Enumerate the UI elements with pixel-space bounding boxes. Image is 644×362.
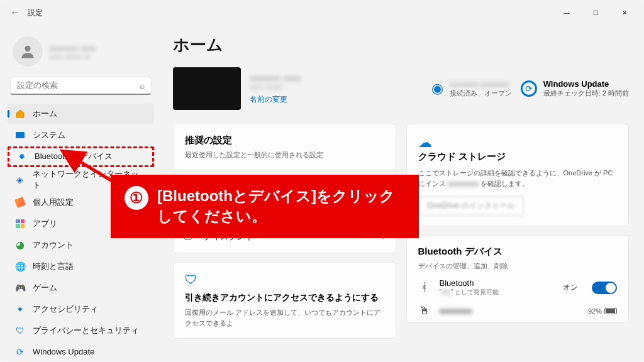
wu-subtitle: 最終チェック日時: 2 時間前 (543, 89, 629, 98)
cloud-text-2: を確認します。 (480, 180, 529, 187)
bt-toggle-row: ᚼ Bluetooth "xxx" として発見可能 オン (418, 271, 618, 297)
bluetooth-devices-card: Bluetooth デバイス デバイスの管理、追加、削除 ᚼ Bluetooth… (406, 235, 630, 323)
user-block[interactable]: xxxxxxx xxxx xxxx xxxxx xx (8, 30, 154, 75)
cloud-icon: ☁ (418, 134, 618, 151)
gaming-icon: 🎮 (15, 283, 25, 293)
battery-badge: 92% (588, 307, 617, 315)
sidebar-item-system[interactable]: システム (8, 125, 154, 145)
wifi-icon: ◉ (431, 80, 443, 97)
bt-card-sub: デバイスの管理、追加、削除 (418, 261, 618, 271)
bluetooth-icon: ᚼ (418, 281, 431, 294)
sidebar-item-label: プライバシーとセキュリティ (33, 325, 139, 336)
sidebar-item-label: Windows Update (33, 347, 94, 356)
user-name: xxxxxxx xxxx (49, 43, 96, 53)
sidebar-item-label: アプリ (33, 218, 57, 229)
personalization-icon (15, 197, 25, 207)
sidebar-item-home[interactable]: ホーム (8, 104, 154, 124)
account-card-title: 引き続きアカウントにアクセスできるようにする (185, 292, 384, 304)
mouse-icon: 🖱 (418, 304, 431, 317)
sidebar-item-update[interactable]: ⟳ Windows Update (8, 342, 154, 362)
cloud-text-blur: xxxxxxxxx (448, 180, 479, 187)
bt-name: Bluetooth (440, 278, 555, 288)
cloud-storage-card: ☁ クラウド ストレージ ここでストレージの詳細を確認できるように、OneDri… (406, 124, 630, 226)
sidebar-item-label: 個人用設定 (33, 197, 74, 208)
wu-title: Windows Update (543, 79, 629, 89)
recommended-card: 推奨の設定 最近使用した設定と一般的に使用される設定 (173, 124, 396, 170)
maximize-button[interactable]: ☐ (581, 3, 610, 23)
callout-number: ① (125, 186, 148, 210)
bt-card-title: Bluetooth デバイス (418, 246, 618, 258)
device-header: xxxxxxx xxxx xxxx xxxxx 名前の変更 ◉ xxxxxxx … (173, 67, 629, 110)
sidebar-item-accessibility[interactable]: ✦ アクセシビリティ (8, 299, 154, 319)
accounts-icon: ◕ (15, 240, 25, 250)
window-title: 設定 (28, 8, 43, 18)
sidebar-item-time[interactable]: 🌐 時刻と言語 (8, 256, 154, 277)
search-input[interactable] (17, 80, 140, 90)
home-icon (15, 109, 25, 119)
privacy-icon: 🛡 (15, 326, 25, 336)
user-email: xxxx xxxxx xx (49, 53, 96, 60)
accessibility-icon: ✦ (15, 304, 25, 314)
sidebar-item-gaming[interactable]: 🎮 ゲーム (8, 278, 154, 298)
battery-icon (604, 308, 617, 314)
account-card-sub: 回復用のメール アドレスを追加して、いつでもアカウントにアクセスできるよ (185, 307, 384, 328)
onedrive-install-button[interactable]: OneDrive のインストール (418, 196, 524, 216)
svg-point-0 (25, 46, 30, 52)
sidebar-item-label: アカウント (33, 239, 74, 251)
wifi-status: 接続済み、オープン (450, 89, 512, 98)
rename-link[interactable]: 名前の変更 (250, 94, 301, 105)
time-icon: 🌐 (15, 261, 25, 272)
sidebar-item-label: システム (33, 129, 65, 141)
sidebar-item-privacy[interactable]: 🛡 プライバシーとセキュリティ (8, 321, 154, 341)
cloud-title: クラウド ストレージ (418, 151, 618, 163)
account-access-card: 🛡 引き続きアカウントにアクセスできるようにする 回復用のメール アドレスを追加… (173, 262, 396, 339)
bt-desc: "xxx" として発見可能 (440, 288, 555, 297)
titlebar: ← 設定 — ☐ ✕ (0, 0, 644, 25)
page-title: ホーム (173, 34, 629, 56)
bt-device-row[interactable]: 🖱 xxxxxxxx 92% (418, 297, 618, 317)
windows-update-block[interactable]: ⟳ Windows Update 最終チェック日時: 2 時間前 (521, 79, 629, 98)
close-button[interactable]: ✕ (610, 3, 639, 23)
recommended-sub: 最近使用した設定と一般的に使用される設定 (185, 150, 384, 160)
search-icon: ⌕ (140, 80, 145, 90)
shield-check-icon: 🛡 (185, 273, 384, 287)
device-name: xxxxxxx xxxx (250, 73, 301, 83)
update-icon: ⟳ (15, 347, 25, 357)
sidebar-item-label: ゲーム (33, 282, 57, 293)
device-model: xxxx xxxxx (250, 83, 301, 90)
sidebar-item-label: ホーム (33, 108, 57, 119)
minimize-button[interactable]: — (552, 3, 581, 23)
recommended-title: 推奨の設定 (185, 134, 384, 146)
search-box[interactable]: ⌕ (10, 77, 152, 95)
sidebar-item-label: 時刻と言語 (33, 261, 74, 272)
device-thumbnail (173, 67, 241, 110)
network-icon: ◈ (15, 175, 25, 185)
callout-text: [Bluetoothとデバイス]をクリックしてください。 (157, 186, 408, 227)
annotation-callout: ① [Bluetoothとデバイス]をクリックしてください。 (111, 175, 419, 238)
sidebar-item-label: アクセシビリティ (33, 304, 98, 315)
wifi-status-block[interactable]: ◉ xxxxxxx xxxxxxx 接続済み、オープン (431, 79, 512, 98)
apps-icon (15, 219, 25, 229)
toggle-on-label: オン (563, 282, 578, 293)
wifi-ssid: xxxxxxx xxxxxxx (450, 79, 512, 89)
bluetooth-toggle[interactable] (592, 282, 617, 294)
system-icon (15, 130, 25, 140)
update-status-icon: ⟳ (521, 80, 537, 97)
avatar (13, 36, 43, 67)
device-name: xxxxxxxx (440, 306, 579, 315)
bluetooth-icon: ⁕ (17, 151, 27, 162)
back-button[interactable]: ← (5, 3, 25, 23)
